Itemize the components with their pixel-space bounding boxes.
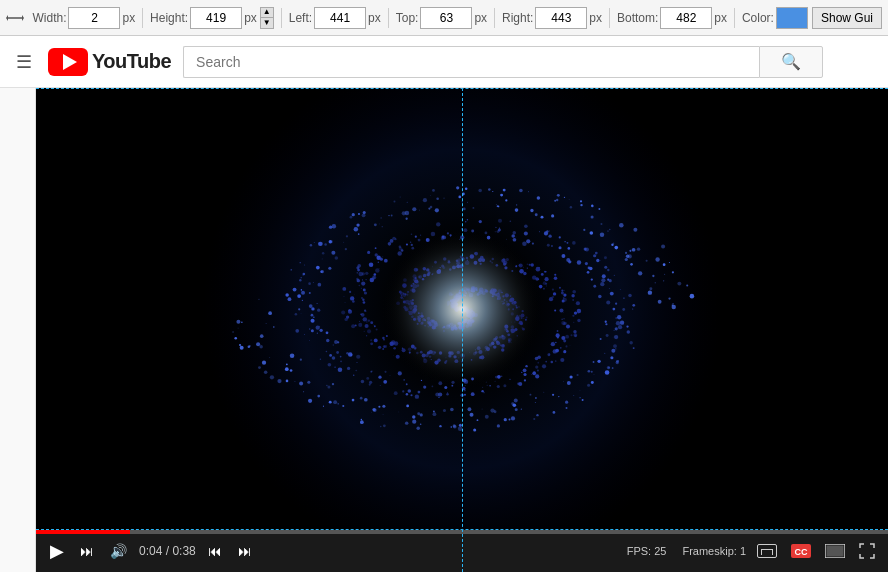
frameskip-display: Frameskip: 1 xyxy=(682,545,746,557)
left-unit: px xyxy=(368,11,381,25)
svg-marker-2 xyxy=(6,15,8,21)
keyboard-button[interactable] xyxy=(754,542,780,560)
height-label: Height: xyxy=(150,11,188,25)
ruler-bar: Width: px Height: px ▲ ▼ Left: px Top: p… xyxy=(0,0,888,36)
bottom-input[interactable] xyxy=(660,7,712,29)
color-picker[interactable] xyxy=(776,7,808,29)
top-label: Top: xyxy=(396,11,419,25)
video-frame[interactable] xyxy=(36,88,888,530)
divider-2 xyxy=(281,8,282,28)
width-input[interactable] xyxy=(68,7,120,29)
ruler-icon xyxy=(6,8,24,28)
time-current: 0:04 xyxy=(139,544,162,558)
keyboard-icon xyxy=(757,544,777,558)
theater-mode-icon xyxy=(825,544,845,558)
youtube-logo-text: YouTube xyxy=(92,50,171,73)
fullscreen-button[interactable] xyxy=(856,541,878,561)
height-group: Height: px ▲ ▼ xyxy=(150,7,274,29)
right-group: Right: px xyxy=(502,7,602,29)
left-group: Left: px xyxy=(289,7,381,29)
video-controls: ▶ ⏭ 🔊 0:04 / 0:38 ⏮ ⏭ FPS: 25 Frameskip:… xyxy=(36,530,888,572)
bottom-unit: px xyxy=(714,11,727,25)
youtube-play-triangle xyxy=(63,54,77,70)
next-chapter-button[interactable]: ⏭ xyxy=(234,541,256,561)
main-content: ▶ ⏭ 🔊 0:04 / 0:38 ⏮ ⏭ FPS: 25 Frameskip:… xyxy=(0,88,888,572)
video-canvas xyxy=(36,88,888,530)
color-label: Color: xyxy=(742,11,774,25)
play-button[interactable]: ▶ xyxy=(46,538,68,564)
height-unit: px xyxy=(244,11,257,25)
time-display: 0:04 / 0:38 xyxy=(139,544,196,558)
height-up-btn[interactable]: ▲ xyxy=(260,7,274,18)
theater-mode-button[interactable] xyxy=(822,542,848,560)
divider-5 xyxy=(609,8,610,28)
top-unit: px xyxy=(474,11,487,25)
show-gui-button[interactable]: Show Gui xyxy=(812,7,882,29)
right-unit: px xyxy=(589,11,602,25)
hamburger-menu-icon[interactable]: ☰ xyxy=(12,47,36,77)
top-group: Top: px xyxy=(396,7,487,29)
video-container: ▶ ⏭ 🔊 0:04 / 0:38 ⏮ ⏭ FPS: 25 Frameskip:… xyxy=(36,88,888,572)
left-label: Left: xyxy=(289,11,312,25)
volume-button[interactable]: 🔊 xyxy=(106,541,131,561)
height-input[interactable] xyxy=(190,7,242,29)
progress-bar-container[interactable] xyxy=(36,530,888,534)
left-input[interactable] xyxy=(314,7,366,29)
color-group: Color: xyxy=(742,7,808,29)
right-label: Right: xyxy=(502,11,533,25)
right-input[interactable] xyxy=(535,7,587,29)
search-icon: 🔍 xyxy=(781,52,801,71)
bottom-label: Bottom: xyxy=(617,11,658,25)
height-down-btn[interactable]: ▼ xyxy=(260,18,274,29)
youtube-navbar: ☰ YouTube 🔍 xyxy=(0,36,888,88)
fullscreen-icon xyxy=(859,543,875,559)
progress-bar-filled xyxy=(36,530,130,534)
divider-1 xyxy=(142,8,143,28)
fps-display: FPS: 25 xyxy=(627,545,667,557)
youtube-logo[interactable]: YouTube xyxy=(48,48,171,76)
search-container: 🔍 xyxy=(183,46,823,78)
width-group: Width: px xyxy=(32,7,135,29)
divider-4 xyxy=(494,8,495,28)
svg-marker-1 xyxy=(22,15,24,21)
divider-3 xyxy=(388,8,389,28)
search-input[interactable] xyxy=(183,46,759,78)
top-input[interactable] xyxy=(420,7,472,29)
left-sidebar xyxy=(0,88,36,572)
search-button[interactable]: 🔍 xyxy=(759,46,823,78)
svg-text:CC: CC xyxy=(795,547,808,557)
bottom-group: Bottom: px xyxy=(617,7,727,29)
time-total: 0:38 xyxy=(172,544,195,558)
svg-rect-6 xyxy=(827,546,844,557)
width-unit: px xyxy=(122,11,135,25)
width-label: Width: xyxy=(32,11,66,25)
subtitles-button[interactable]: CC xyxy=(788,542,814,560)
divider-6 xyxy=(734,8,735,28)
prev-chapter-button[interactable]: ⏮ xyxy=(204,541,226,561)
youtube-logo-icon xyxy=(48,48,88,76)
subtitles-icon: CC xyxy=(791,544,811,558)
next-frame-button[interactable]: ⏭ xyxy=(76,541,98,561)
